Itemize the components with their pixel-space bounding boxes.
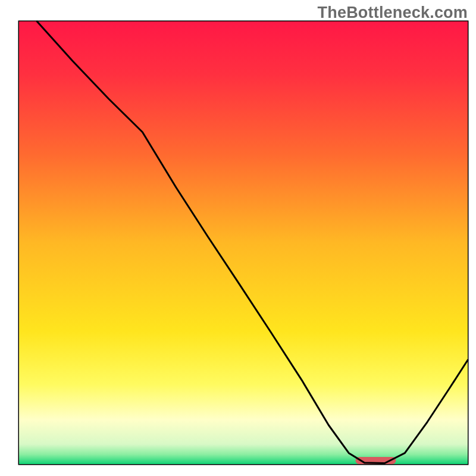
chart-svg — [0, 0, 476, 476]
bottleneck-chart: TheBottleneck.com — [0, 0, 476, 476]
watermark-text: TheBottleneck.com — [318, 4, 468, 22]
plot-background — [19, 21, 468, 464]
